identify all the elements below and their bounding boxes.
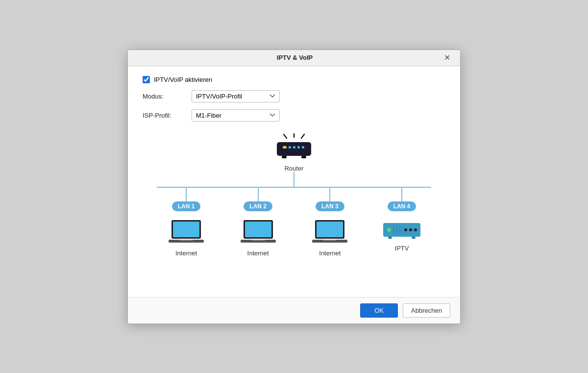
svg-rect-8 <box>302 146 304 149</box>
lan1-vert-line <box>186 188 187 201</box>
iptv-voip-dialog: IPTV & VoIP ✕ IPTV/VoIP aktivieren Modus… <box>127 50 461 324</box>
lan4-vert-line <box>401 188 402 201</box>
svg-rect-3 <box>277 142 311 156</box>
cancel-button[interactable]: Abbrechen <box>403 303 450 318</box>
router-down-line <box>294 172 294 187</box>
lan2-device: Internet <box>241 218 276 257</box>
lan3-device: Internet <box>312 218 347 257</box>
svg-rect-18 <box>251 240 265 241</box>
svg-rect-9 <box>282 156 287 158</box>
svg-rect-6 <box>293 146 295 149</box>
svg-point-27 <box>404 228 407 231</box>
svg-rect-16 <box>245 222 271 237</box>
lan4-badge: LAN 4 <box>388 201 416 211</box>
svg-line-0 <box>284 134 287 138</box>
activate-label[interactable]: IPTV/VoIP aktivieren <box>154 76 212 83</box>
lan-ports-row: LAN 1 Internet LAN <box>157 188 431 257</box>
title-bar: IPTV & VoIP ✕ <box>128 50 460 66</box>
svg-rect-12 <box>173 222 199 237</box>
isp-label: ISP-Profil: <box>143 112 192 119</box>
isp-row: ISP-Profil: M1-Fiber Singtel StarHub Vie… <box>143 109 445 122</box>
modus-row: Modus: IPTV/VoIP-Profil Manuell <box>143 90 445 102</box>
modus-label: Modus: <box>143 93 192 100</box>
lan3-badge: LAN 3 <box>316 201 344 211</box>
lan3-label: Internet <box>319 249 341 257</box>
svg-rect-20 <box>317 222 343 237</box>
close-button[interactable]: ✕ <box>442 54 452 62</box>
lan1-label: Internet <box>175 249 197 257</box>
dialog-body: IPTV/VoIP aktivieren Modus: IPTV/VoIP-Pr… <box>128 66 460 297</box>
network-diagram: Router LAN 1 <box>143 133 445 287</box>
lan1-device: Internet <box>169 218 204 257</box>
ok-button[interactable]: OK <box>360 303 398 318</box>
router-section: Router <box>272 133 316 172</box>
svg-line-2 <box>301 134 304 138</box>
lan1-badge: LAN 1 <box>172 201 201 211</box>
laptop1-icon <box>169 218 204 247</box>
lan4-label: IPTV <box>395 245 409 252</box>
lan2-label: Internet <box>247 249 269 257</box>
svg-rect-7 <box>297 146 300 149</box>
modus-select[interactable]: IPTV/VoIP-Profil Manuell <box>192 90 280 102</box>
svg-rect-33 <box>412 237 416 239</box>
lan1-column: LAN 1 Internet <box>157 188 216 257</box>
isp-select[interactable]: M1-Fiber Singtel StarHub ViewQwest <box>192 109 280 122</box>
lan4-device: IPTV <box>382 218 421 252</box>
lan4-column: LAN 4 <box>372 188 431 257</box>
lan3-column: LAN 3 Internet <box>300 188 359 257</box>
lan2-vert-line <box>258 188 259 201</box>
lan2-badge: LAN 2 <box>244 201 272 211</box>
dialog-title: IPTV & VoIP <box>147 54 442 61</box>
lan3-vert-line <box>329 188 330 201</box>
svg-rect-32 <box>388 237 392 239</box>
svg-point-28 <box>387 228 391 232</box>
activate-row: IPTV/VoIP aktivieren <box>143 76 445 83</box>
svg-rect-4 <box>283 146 287 149</box>
lan2-column: LAN 2 Internet <box>229 188 288 257</box>
svg-rect-5 <box>289 146 291 149</box>
router-icon <box>272 133 316 163</box>
laptop3-icon <box>312 218 347 247</box>
svg-rect-10 <box>301 156 306 158</box>
dialog-footer: OK Abbrechen <box>128 297 460 323</box>
router-label: Router <box>284 165 303 172</box>
svg-rect-22 <box>323 240 337 241</box>
svg-point-26 <box>414 228 417 231</box>
iptv-box-icon <box>382 218 421 242</box>
activate-checkbox[interactable] <box>143 76 150 83</box>
laptop2-icon <box>241 218 276 247</box>
svg-point-25 <box>409 228 412 231</box>
svg-rect-14 <box>179 240 193 241</box>
